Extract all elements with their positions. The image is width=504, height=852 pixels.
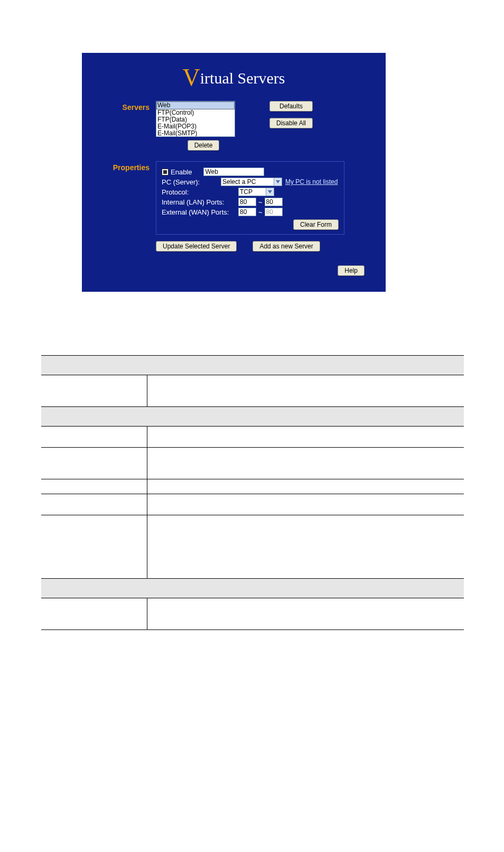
table-row: [41, 427, 464, 448]
table-group-header: [41, 579, 464, 598]
lan-port-to-input[interactable]: [265, 198, 283, 206]
check-mark-icon: [163, 170, 167, 174]
my-pc-not-listed-link[interactable]: My PC is not listed: [285, 178, 338, 186]
properties-section: Properties Enable PC (Server):: [82, 157, 386, 252]
dropdown-arrow-icon[interactable]: [266, 188, 274, 196]
table-row: [41, 448, 464, 479]
enable-checkbox[interactable]: [162, 169, 169, 175]
wan-port-to-input[interactable]: [265, 208, 283, 216]
data-table: [41, 355, 464, 630]
title-rest: irtual Servers: [200, 69, 285, 87]
server-name-input[interactable]: [203, 168, 264, 176]
page-title: Virtual Servers: [182, 69, 285, 87]
servers-listbox[interactable]: Web FTP(Control) FTP(Data) E-Mail(POP3) …: [156, 101, 235, 137]
delete-button[interactable]: Delete: [188, 140, 220, 151]
table-row: [41, 598, 464, 630]
enable-label: Enable: [171, 168, 192, 176]
pc-select[interactable]: [221, 178, 274, 186]
protocol-select[interactable]: [238, 188, 266, 196]
wan-ports-label: External (WAN) Ports:: [162, 208, 238, 216]
table-row: [41, 375, 464, 407]
properties-label: Properties: [91, 161, 156, 172]
add-as-new-server-button[interactable]: Add as new Server: [253, 241, 320, 252]
table-row: [41, 479, 464, 494]
servers-section: Servers Web FTP(Control) FTP(Data) E-Mai…: [82, 97, 386, 151]
protocol-label: Protocol:: [162, 188, 238, 196]
lan-port-from-input[interactable]: [238, 198, 256, 206]
help-button[interactable]: Help: [338, 265, 365, 276]
virtual-servers-panel: Virtual Servers Servers Web FTP(Control)…: [82, 53, 386, 292]
range-separator: ~: [258, 198, 263, 206]
range-separator: ~: [258, 208, 263, 216]
lan-ports-label: Internal (LAN) Ports:: [162, 198, 238, 206]
table-row: [41, 515, 464, 579]
dropdown-arrow-icon[interactable]: [274, 178, 282, 186]
update-selected-server-button[interactable]: Update Selected Server: [156, 241, 237, 252]
server-option[interactable]: E-Mail(SMTP): [156, 130, 235, 137]
clear-form-button[interactable]: Clear Form: [293, 219, 339, 230]
table-group-header: [41, 356, 464, 375]
servers-label: Servers: [91, 101, 156, 112]
wan-port-from-input[interactable]: [238, 208, 256, 216]
pc-server-label: PC (Server):: [162, 178, 221, 186]
panel-header: Virtual Servers: [82, 53, 386, 97]
disable-all-button[interactable]: Disable All: [269, 118, 313, 128]
defaults-button[interactable]: Defaults: [269, 101, 313, 112]
table-row: [41, 494, 464, 515]
server-option[interactable]: Web: [156, 101, 235, 109]
table-group-header: [41, 407, 464, 427]
properties-fieldset: Enable PC (Server): My PC is not listed: [156, 161, 344, 235]
title-cap: V: [182, 63, 200, 91]
